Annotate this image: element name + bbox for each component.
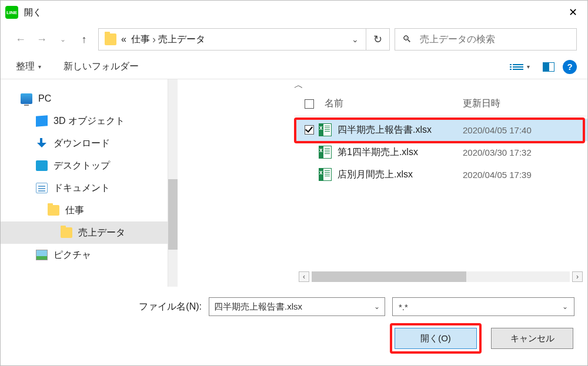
open-dialog: LINE 開く ✕ ← → ⌄ ↑ « 仕事 › 売上データ ⌄ ↻ 🔍︎ 整 xyxy=(0,0,588,366)
filename-value: 四半期売上報告書.xlsx xyxy=(214,301,302,313)
filename-input[interactable]: 四半期売上報告書.xlsx ⌄ xyxy=(209,297,385,316)
sidebar-item-documents[interactable]: ドキュメント xyxy=(1,177,168,199)
toolbar: 整理 ▾ 新しいフォルダー ▾ ? xyxy=(1,55,587,79)
sidebar-item-sales-data[interactable]: 売上データ xyxy=(1,221,168,244)
sidebar-item-3d-objects[interactable]: 3D オブジェクト xyxy=(1,110,168,132)
folder-icon xyxy=(61,227,72,238)
horizontal-scrollbar[interactable]: ‹ › xyxy=(294,269,587,287)
column-header-name[interactable]: 名前 xyxy=(318,98,463,110)
select-all-checkbox[interactable] xyxy=(301,99,318,109)
sidebar-item-pictures[interactable]: ピクチャ xyxy=(1,244,168,266)
folder-icon xyxy=(48,205,59,216)
excel-file-icon xyxy=(319,168,332,181)
desktop-icon xyxy=(36,160,48,171)
sidebar-item-downloads[interactable]: ダウンロード xyxy=(1,132,168,155)
folder-icon xyxy=(105,33,116,45)
sidebar-scrollbar[interactable] xyxy=(168,79,178,287)
nav-forward-button[interactable]: → xyxy=(32,30,51,49)
open-button[interactable]: 開く(O) xyxy=(395,328,477,349)
scroll-left-button[interactable]: ‹ xyxy=(299,271,309,282)
sidebar-label: 仕事 xyxy=(65,204,84,217)
file-list-header: 名前 更新日時 xyxy=(294,92,587,116)
pc-icon xyxy=(21,93,32,104)
column-resize-grip[interactable]: ︿ xyxy=(294,79,587,92)
search-icon: 🔍︎ xyxy=(402,34,412,45)
file-row[interactable]: 第1四半期売上.xlsx 2020/03/30 17:32 xyxy=(294,141,587,163)
search-input[interactable] xyxy=(419,33,569,45)
nav-up-button[interactable]: ↑ xyxy=(75,30,93,49)
window-title: 開く xyxy=(24,7,42,18)
sidebar-label: ドキュメント xyxy=(54,182,110,194)
sidebar: PC 3D オブジェクト ダウンロード デスクトップ ドキュメント 仕事 売上デ… xyxy=(1,79,168,287)
sidebar-label: PC xyxy=(38,93,51,104)
breadcrumb-prefix: « xyxy=(121,34,126,45)
3d-objects-icon xyxy=(36,115,48,126)
file-type-filter[interactable]: *.* ⌄ xyxy=(392,297,574,316)
app-icon: LINE xyxy=(5,6,18,19)
sidebar-label: デスクトップ xyxy=(54,160,110,172)
cancel-button[interactable]: キャンセル xyxy=(491,328,573,349)
sidebar-label: ダウンロード xyxy=(54,137,110,150)
organize-button[interactable]: 整理 ▾ xyxy=(11,58,46,75)
cancel-button-label: キャンセル xyxy=(510,333,554,344)
file-date: 2020/03/30 17:32 xyxy=(463,147,580,157)
sidebar-item-pc[interactable]: PC xyxy=(1,88,168,110)
scrollbar-thumb[interactable] xyxy=(168,179,178,250)
scrollbar-thumb[interactable] xyxy=(312,271,466,282)
excel-file-icon xyxy=(319,146,332,159)
preview-pane-button[interactable] xyxy=(543,62,554,72)
dialog-body: PC 3D オブジェクト ダウンロード デスクトップ ドキュメント 仕事 売上デ… xyxy=(1,79,587,287)
search-box[interactable]: 🔍︎ xyxy=(395,28,577,51)
column-header-date[interactable]: 更新日時 xyxy=(463,98,580,110)
file-date: 2020/04/05 17:40 xyxy=(463,125,580,135)
close-button[interactable]: ✕ xyxy=(558,1,587,24)
sidebar-label: 3D オブジェクト xyxy=(54,115,125,127)
chevron-down-icon: ▾ xyxy=(38,63,41,70)
address-bar[interactable]: « 仕事 › 売上データ ⌄ ↻ xyxy=(98,28,390,51)
breadcrumb-seg-1[interactable]: 仕事 xyxy=(131,33,150,46)
breadcrumb-seg-2[interactable]: 売上データ xyxy=(158,33,205,46)
file-rows: 四半期売上報告書.xlsx 2020/04/05 17:40 第1四半期売上.x… xyxy=(294,116,587,186)
sidebar-item-desktop[interactable]: デスクトップ xyxy=(1,155,168,177)
new-folder-button[interactable]: 新しいフォルダー xyxy=(59,58,143,75)
sidebar-label: 売上データ xyxy=(78,227,125,239)
organize-label: 整理 xyxy=(16,61,35,73)
file-date: 2020/04/05 17:39 xyxy=(463,170,580,180)
titlebar: LINE 開く ✕ xyxy=(1,1,587,24)
new-folder-label: 新しいフォルダー xyxy=(64,61,139,73)
navbar: ← → ⌄ ↑ « 仕事 › 売上データ ⌄ ↻ 🔍︎ xyxy=(1,24,587,55)
sidebar-item-work[interactable]: 仕事 xyxy=(1,199,168,221)
annotation-highlight: 開く(O) xyxy=(390,323,482,354)
file-checkbox[interactable] xyxy=(301,125,318,135)
refresh-button[interactable]: ↻ xyxy=(366,29,389,50)
open-button-label: 開く(O) xyxy=(420,333,451,344)
dialog-footer: ファイル名(N): 四半期売上報告書.xlsx ⌄ *.* ⌄ 開く(O) キャ… xyxy=(1,287,587,365)
excel-file-icon xyxy=(319,123,332,136)
downloads-icon xyxy=(36,138,48,149)
nav-back-button[interactable]: ← xyxy=(11,30,30,49)
scrollbar-track[interactable] xyxy=(312,271,570,282)
scroll-right-button[interactable]: › xyxy=(572,271,583,282)
file-row[interactable]: 四半期売上報告書.xlsx 2020/04/05 17:40 xyxy=(294,119,587,141)
sidebar-label: ピクチャ xyxy=(54,249,91,261)
file-row[interactable]: 店別月間売上.xlsx 2020/04/05 17:39 xyxy=(294,163,587,186)
list-view-icon xyxy=(513,64,523,70)
pictures-icon xyxy=(36,250,48,260)
file-name: 四半期売上報告書.xlsx xyxy=(338,124,463,136)
address-dropdown[interactable]: ⌄ xyxy=(345,35,366,44)
documents-icon xyxy=(36,183,48,193)
file-list-pane: ︿ 名前 更新日時 四半期売上報告書.xlsx 2020/04/05 17:40 xyxy=(294,79,587,287)
chevron-down-icon: ⌄ xyxy=(562,303,568,311)
chevron-down-icon: ⌄ xyxy=(374,303,380,311)
chevron-down-icon: ▾ xyxy=(527,63,530,70)
file-name: 店別月間売上.xlsx xyxy=(338,169,463,181)
view-mode-button[interactable]: ▾ xyxy=(503,61,534,72)
chevron-right-icon: › xyxy=(152,33,156,46)
help-button[interactable]: ? xyxy=(563,60,577,74)
filename-label: ファイル名(N): xyxy=(139,301,202,313)
file-type-value: *.* xyxy=(399,302,408,312)
nav-recent-dropdown[interactable]: ⌄ xyxy=(54,30,72,49)
file-name: 第1四半期売上.xlsx xyxy=(338,146,463,159)
